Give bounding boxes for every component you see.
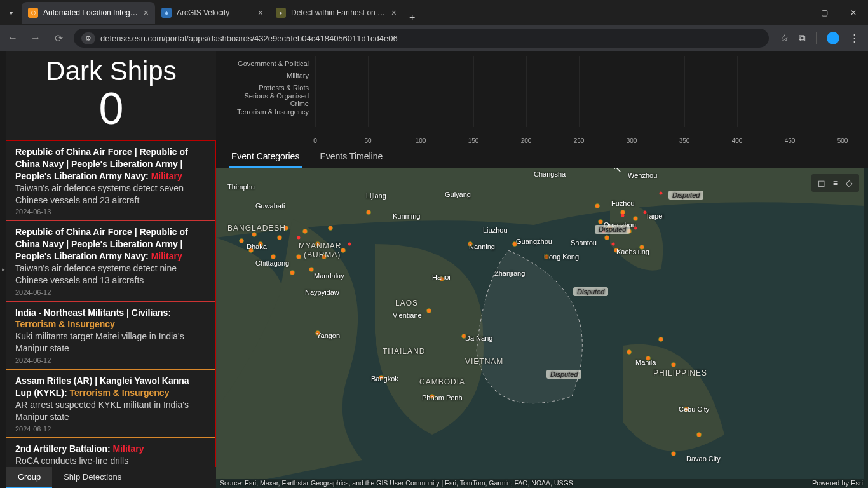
svg-point-11 bbox=[329, 226, 333, 231]
svg-point-15 bbox=[341, 248, 346, 253]
map-label: Kaohsiung bbox=[616, 248, 649, 255]
tab-3[interactable]: ● Detect within Farthest on Circle × bbox=[269, 2, 403, 24]
map-label: Bangkok bbox=[371, 375, 398, 383]
map-label: CAMBODIA bbox=[419, 377, 465, 386]
panel-expand-handle[interactable]: ▸ bbox=[0, 51, 6, 488]
svg-point-7 bbox=[303, 229, 308, 234]
chart-category-label: Military bbox=[225, 72, 314, 79]
feed-item[interactable]: Republic of China Air Force | Republic o… bbox=[6, 141, 215, 221]
svg-point-13 bbox=[271, 255, 276, 259]
favicon-icon: ⬡ bbox=[28, 8, 38, 18]
svg-point-31 bbox=[627, 350, 632, 355]
back-button[interactable]: ← bbox=[5, 32, 20, 44]
feed-item[interactable]: 2nd Artillery Battalion: MilitaryRoCA co… bbox=[6, 438, 215, 467]
svg-point-23 bbox=[595, 204, 600, 208]
map-label: THAILAND bbox=[383, 347, 425, 356]
map-label: Cebu City bbox=[679, 405, 709, 413]
map-label: Davao City bbox=[686, 455, 721, 463]
svg-point-12 bbox=[240, 239, 244, 243]
feed-item[interactable]: Republic of China Air Force | Republic o… bbox=[6, 221, 215, 301]
map-label: MYANMAR bbox=[299, 241, 341, 250]
tab-strip: ⬡ Automated Location Integration × ◆ Arc… bbox=[22, 2, 421, 24]
map-label: Naypyidaw bbox=[305, 288, 339, 296]
map-label: VIETNAM bbox=[465, 357, 503, 366]
svg-point-47 bbox=[660, 192, 663, 195]
maximize-button[interactable]: ▢ bbox=[810, 0, 839, 25]
svg-point-36 bbox=[427, 309, 431, 313]
tab-event-categories[interactable]: Event Categories bbox=[229, 146, 302, 168]
map-powered-by: Powered by Esri bbox=[812, 479, 863, 487]
tab-1[interactable]: ⬡ Automated Location Integration × bbox=[22, 2, 155, 24]
map-label: Yangon bbox=[316, 332, 340, 339]
url-text: defense.esri.com/portal/apps/dashboards/… bbox=[100, 34, 398, 43]
map-label: Fuzhou bbox=[611, 200, 635, 207]
menu-button[interactable]: ⋮ bbox=[850, 32, 859, 44]
extensions-icon[interactable]: ⧉ bbox=[799, 32, 806, 44]
bookmark-map-icon[interactable]: ◻ bbox=[818, 178, 825, 188]
new-tab-button[interactable]: + bbox=[403, 12, 421, 24]
map-label: Disputed bbox=[546, 370, 581, 379]
svg-point-6 bbox=[297, 255, 301, 259]
map-label: Zhanjiang bbox=[494, 269, 525, 277]
category-chart[interactable]: Government & PoliticalMilitaryProtests &… bbox=[216, 51, 868, 144]
tab-title: ArcGIS Velocity bbox=[177, 8, 253, 17]
map-label: Changsha bbox=[534, 170, 566, 178]
map-label: Kunming bbox=[393, 212, 420, 220]
window-controls: — ▢ ✕ bbox=[780, 0, 868, 25]
map-label: BANGLADESH bbox=[227, 224, 286, 233]
right-panel: Government & PoliticalMilitaryProtests &… bbox=[216, 51, 868, 488]
chart-category-label: Protests & Riots bbox=[225, 84, 314, 92]
tab-2[interactable]: ◆ ArcGIS Velocity × bbox=[155, 2, 269, 24]
feed-tabs: Group Ship Detections bbox=[6, 467, 216, 488]
feed-item[interactable]: Assam Rifles (AR) | Kanglei Yawol Kanna … bbox=[6, 370, 215, 438]
bookmark-icon[interactable]: ☆ bbox=[780, 32, 789, 44]
map-label: Taipei bbox=[646, 212, 664, 220]
address-bar[interactable]: ⚙ defense.esri.com/portal/apps/dashboard… bbox=[74, 29, 769, 48]
tab-list-button[interactable]: ▾ bbox=[0, 10, 22, 17]
map-label: Mandalay bbox=[314, 272, 344, 280]
legend-icon[interactable]: ≡ bbox=[833, 178, 838, 188]
map-label: Thimphu bbox=[227, 183, 255, 191]
profile-button[interactable] bbox=[827, 32, 839, 44]
chart-category-label: Government & Political bbox=[225, 60, 314, 67]
indicator-value: 0 bbox=[6, 86, 216, 137]
map-label: Hanoi bbox=[432, 273, 451, 281]
feed-item[interactable]: India - Northeast Militants | Civilians:… bbox=[6, 302, 215, 370]
svg-point-38 bbox=[367, 210, 371, 215]
close-icon[interactable]: × bbox=[144, 8, 149, 18]
map-label: Vientiane bbox=[393, 311, 422, 319]
event-feed[interactable]: Republic of China Air Force | Republic o… bbox=[6, 140, 216, 467]
chart-category-label: Serious & Organised Crime bbox=[225, 92, 314, 107]
close-window-button[interactable]: ✕ bbox=[839, 0, 868, 25]
svg-point-19 bbox=[621, 210, 625, 215]
forward-button[interactable]: → bbox=[28, 32, 43, 44]
svg-point-48 bbox=[348, 243, 351, 246]
svg-point-16 bbox=[599, 220, 603, 224]
svg-point-20 bbox=[634, 217, 638, 221]
close-icon[interactable]: × bbox=[258, 8, 263, 18]
layers-icon[interactable]: ◇ bbox=[846, 178, 853, 188]
map[interactable]: BANGLADESHMYANMAR(BURMA)LAOSTHAILANDVIET… bbox=[216, 168, 868, 488]
svg-point-44 bbox=[612, 243, 615, 246]
svg-point-29 bbox=[697, 433, 702, 437]
map-label: Phnom Penh bbox=[422, 394, 463, 402]
reload-button[interactable]: ⟳ bbox=[51, 32, 66, 44]
map-canvas bbox=[216, 168, 864, 479]
map-tools: ◻ ≡ ◇ bbox=[811, 174, 859, 192]
tab-events-timeline[interactable]: Events Timeline bbox=[317, 146, 385, 168]
feed-tab-group[interactable]: Group bbox=[6, 467, 52, 488]
svg-point-4 bbox=[278, 236, 282, 240]
minimize-button[interactable]: — bbox=[780, 0, 810, 25]
map-attribution: Source: Esri, Maxar, Earthstar Geographi… bbox=[220, 479, 573, 487]
map-label: Disputed bbox=[595, 225, 630, 234]
svg-point-9 bbox=[309, 268, 314, 272]
map-label: LAOS bbox=[395, 299, 418, 308]
site-info-icon[interactable]: ⚙ bbox=[81, 32, 95, 44]
feed-tab-ship-detections[interactable]: Ship Detections bbox=[52, 467, 133, 488]
close-icon[interactable]: × bbox=[391, 8, 397, 18]
chart-category-label: Terrorism & Insurgency bbox=[225, 108, 314, 116]
browser-titlebar: ▾ ⬡ Automated Location Integration × ◆ A… bbox=[0, 0, 868, 25]
map-label: Shantou bbox=[571, 239, 597, 247]
map-label: Lijiang bbox=[366, 192, 386, 200]
chart-tabs: Event Categories Events Timeline bbox=[216, 144, 868, 168]
